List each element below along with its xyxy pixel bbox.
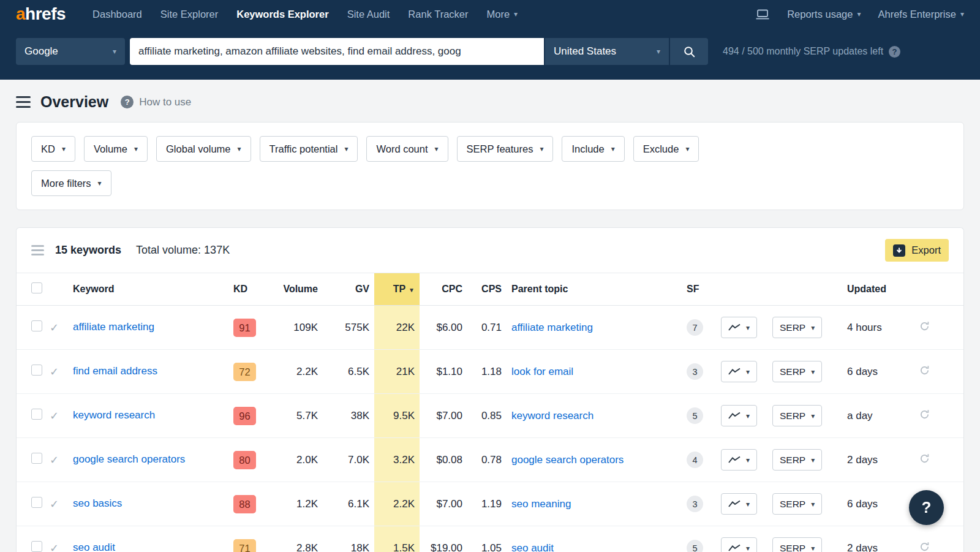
position-history-button[interactable]: ▾ xyxy=(721,361,757,382)
row-check-cell: ✓ xyxy=(45,306,68,350)
serp-label: SERP xyxy=(780,543,805,552)
refresh-cell xyxy=(914,438,963,482)
position-history-button[interactable]: ▾ xyxy=(721,493,757,515)
row-checkbox[interactable] xyxy=(31,541,42,552)
page-title: Overview xyxy=(40,93,108,111)
keyword-link[interactable]: google search operators xyxy=(73,453,185,467)
country-select[interactable]: United States▾ xyxy=(545,38,669,65)
row-checkbox[interactable] xyxy=(31,365,42,376)
serp-button[interactable]: SERP ▾ xyxy=(772,361,822,382)
position-history-button[interactable]: ▾ xyxy=(721,537,757,552)
col-tp-sort[interactable]: TP▼ xyxy=(374,273,420,306)
parent-topic-link[interactable]: google search operators xyxy=(511,454,624,466)
filter-volume[interactable]: Volume▾ xyxy=(84,136,148,162)
filter-include[interactable]: Include▾ xyxy=(562,136,624,162)
refresh-cell xyxy=(914,394,963,438)
parent-topic-link[interactable]: look for email xyxy=(511,366,573,377)
keywords-input[interactable] xyxy=(130,38,544,65)
search-group: United States▾ xyxy=(130,38,708,65)
select-all-checkbox[interactable] xyxy=(31,282,42,293)
position-history-button[interactable]: ▾ xyxy=(721,449,757,471)
refresh-icon[interactable] xyxy=(919,321,930,331)
nav-ahrefs-enterprise[interactable]: Ahrefs Enterprise▾ xyxy=(878,9,964,20)
keyword-link[interactable]: find email address xyxy=(73,365,157,379)
nav-reports-usage[interactable]: Reports usage▾ xyxy=(787,9,861,20)
row-checkbox[interactable] xyxy=(31,320,42,331)
search-button[interactable] xyxy=(670,38,708,65)
monitor-icon[interactable] xyxy=(755,9,770,20)
ahrefs-enterprise-label: Ahrefs Enterprise xyxy=(878,9,956,20)
export-button[interactable]: Export xyxy=(885,239,949,262)
parent-topic-link[interactable]: keyword research xyxy=(511,410,594,422)
filter-serp-features[interactable]: SERP features▾ xyxy=(457,136,554,162)
nav-item-rank-tracker[interactable]: Rank Tracker xyxy=(408,9,468,20)
help-icon[interactable]: ? xyxy=(889,46,900,58)
keyword-cell: seo basics xyxy=(68,482,228,526)
chevron-down-icon: ▾ xyxy=(746,412,750,420)
results-panel: 15 keywords Total volume: 137K Export xyxy=(16,227,964,552)
refresh-icon[interactable] xyxy=(919,409,930,420)
position-history-button[interactable]: ▾ xyxy=(721,405,757,426)
search-engine-select[interactable]: Google▾ xyxy=(16,38,125,65)
gv-cell: 18K xyxy=(323,526,374,552)
ahrefs-logo[interactable]: ahrefs xyxy=(16,4,66,24)
cps-cell: 0.85 xyxy=(467,394,507,438)
serp-button[interactable]: SERP ▾ xyxy=(772,537,822,552)
row-checkbox[interactable] xyxy=(31,453,42,464)
filter-exclude[interactable]: Exclude▾ xyxy=(633,136,699,162)
keywords-table: Keyword KD Volume GV TP▼ CPC CPS Parent … xyxy=(17,273,963,552)
tp-cell: 9.5K xyxy=(374,394,420,438)
sf-cell: 5 xyxy=(682,394,716,438)
serp-button[interactable]: SERP ▾ xyxy=(772,317,822,338)
sf-cell: 4 xyxy=(682,438,716,482)
col-sf: SF xyxy=(682,273,716,306)
refresh-icon[interactable] xyxy=(919,453,930,464)
row-check-cell: ✓ xyxy=(45,394,68,438)
col-kd: KD xyxy=(228,273,266,306)
chevron-down-icon: ▾ xyxy=(811,368,815,376)
primary-nav: DashboardSite ExplorerKeywords ExplorerS… xyxy=(92,9,518,20)
refresh-icon[interactable] xyxy=(919,365,930,376)
row-checkbox[interactable] xyxy=(31,497,42,508)
filter-traffic-potential[interactable]: Traffic potential▾ xyxy=(260,136,358,162)
filter-global-volume[interactable]: Global volume▾ xyxy=(156,136,251,162)
serp-label: SERP xyxy=(780,499,805,510)
nav-item-dashboard[interactable]: Dashboard xyxy=(92,9,142,20)
keyword-link[interactable]: seo basics xyxy=(73,497,122,511)
serp-button[interactable]: SERP ▾ xyxy=(772,405,822,426)
gv-cell: 6.5K xyxy=(323,350,374,394)
logo-letter-a: a xyxy=(16,4,25,23)
kd-cell: 71 xyxy=(228,526,266,552)
menu-icon[interactable] xyxy=(16,95,31,109)
list-icon[interactable] xyxy=(31,245,44,255)
nav-item-keywords-explorer[interactable]: Keywords Explorer xyxy=(236,9,328,20)
nav-item-site-audit[interactable]: Site Audit xyxy=(347,9,390,20)
serp-button[interactable]: SERP ▾ xyxy=(772,449,822,471)
position-history-button[interactable]: ▾ xyxy=(721,317,757,338)
how-to-use-link[interactable]: ? How to use xyxy=(121,96,191,108)
parent-topic-link[interactable]: seo meaning xyxy=(511,498,571,510)
filter-more-filters[interactable]: More filters▾ xyxy=(31,170,111,196)
serp-button[interactable]: SERP ▾ xyxy=(772,493,822,515)
chart-cell: ▾ xyxy=(716,438,767,482)
keyword-link[interactable]: seo audit xyxy=(73,541,115,552)
chevron-down-icon: ▾ xyxy=(746,456,750,464)
refresh-icon[interactable] xyxy=(919,542,930,552)
keyword-link[interactable]: keyword research xyxy=(73,409,155,423)
sf-count: 5 xyxy=(687,540,703,552)
parent-topic-link[interactable]: seo audit xyxy=(511,542,554,552)
serp-label: SERP xyxy=(780,410,805,422)
filter-word-count[interactable]: Word count▾ xyxy=(366,136,448,162)
filter-kd[interactable]: KD▾ xyxy=(31,136,75,162)
kd-badge: 88 xyxy=(233,495,256,513)
nav-item-more[interactable]: More▾ xyxy=(486,9,518,20)
col-updated: Updated xyxy=(842,273,914,306)
parent-topic-link[interactable]: affiliate marketing xyxy=(511,322,593,333)
row-checkbox[interactable] xyxy=(31,409,42,420)
kd-badge: 96 xyxy=(233,407,256,425)
check-icon: ✓ xyxy=(50,542,59,552)
nav-item-site-explorer[interactable]: Site Explorer xyxy=(160,9,218,20)
keyword-link[interactable]: affiliate marketing xyxy=(73,320,154,335)
chevron-down-icon: ▾ xyxy=(746,500,750,509)
help-fab-button[interactable]: ? xyxy=(909,490,944,525)
